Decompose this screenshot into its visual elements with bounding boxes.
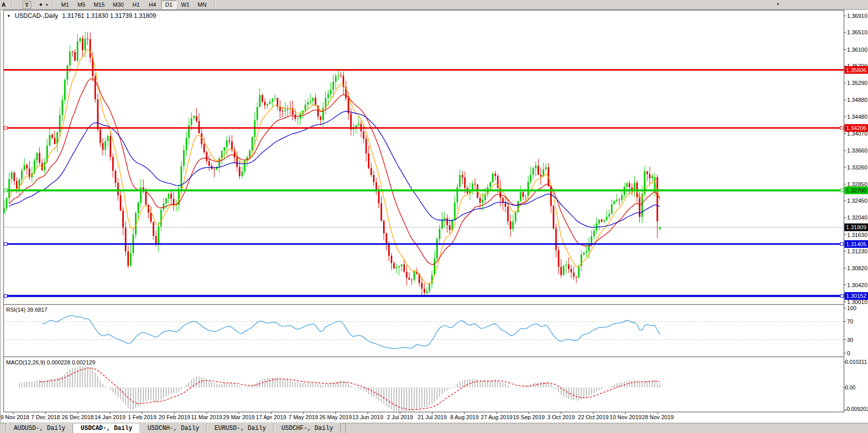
- collapse-triangle-icon[interactable]: ▼: [7, 14, 11, 18]
- price-tick-label: 1.32850: [847, 181, 867, 187]
- price-tick-label: 1.34880: [847, 97, 867, 103]
- rsi-tick-label: 70: [847, 318, 853, 324]
- tab-audusd[interactable]: AUDUSD-, Daily: [6, 423, 73, 433]
- price-tick-label: 1.32040: [847, 214, 867, 221]
- hline-handle[interactable]: [840, 126, 843, 129]
- date-label: 26 May 2019: [319, 414, 352, 420]
- tabs-notch: [0, 423, 6, 433]
- toolbar: A T ✦▼ M1 M5 M15 M30 H1 H4 D1 W1 MN ▼: [0, 0, 868, 10]
- date-label: 19 Nov 2018: [0, 414, 29, 420]
- price-tick-label: 1.36100: [847, 47, 867, 53]
- timeframe-m1-button[interactable]: M1: [57, 1, 73, 9]
- date-label: 7 Dec 2018: [31, 414, 60, 420]
- tab-usdcad[interactable]: USDCAD-, Daily: [73, 423, 140, 433]
- timeframe-w1-button[interactable]: W1: [177, 1, 193, 9]
- price-badge-label: 1.31405: [846, 241, 866, 247]
- date-label: 3 Oct 2019: [547, 414, 575, 420]
- hline-handle[interactable]: [840, 294, 843, 297]
- date-label: 26 Dec 2018: [62, 414, 94, 420]
- tab-eurusd[interactable]: EURUSD-, Daily: [207, 423, 274, 433]
- chart-title-symbol: USDCAD-,Daily: [15, 12, 58, 19]
- rsi-tick-label: 0: [847, 350, 850, 356]
- price-tick-label: 1.33260: [847, 164, 867, 170]
- arrow-tool-icon[interactable]: A: [0, 2, 8, 8]
- timeframe-h1-button[interactable]: H1: [128, 1, 144, 9]
- date-label: 11 Mar 2019: [191, 414, 222, 420]
- price-tick-label: 1.34480: [847, 114, 867, 120]
- hline-handle[interactable]: [4, 243, 7, 246]
- date-label: 7 May 2019: [288, 414, 318, 420]
- tab-usdcnh[interactable]: USDCNH-, Daily: [140, 423, 207, 433]
- timeframe-h4-button[interactable]: H4: [145, 1, 160, 9]
- date-label: 22 Oct 2019: [578, 414, 609, 420]
- chart-title: ▼ USDCAD-,Daily 1.31761 1.31830 1.31739 …: [7, 12, 156, 19]
- chart-tabs-bar: AUDUSD-, Daily USDCAD-, Daily USDCNH-, D…: [0, 423, 868, 433]
- rsi-tick-label: 100: [847, 305, 856, 311]
- date-label: 29 Mar 2019: [223, 414, 255, 420]
- price-tick-label: 1.31630: [847, 232, 867, 238]
- price-tick-label: 1.33660: [847, 147, 867, 154]
- chevron-down-icon: ▼: [45, 3, 49, 7]
- toolbar-separator: [214, 1, 215, 8]
- hline-handle[interactable]: [4, 126, 7, 129]
- timeframe-m15-button[interactable]: M15: [90, 1, 108, 9]
- hline-handle[interactable]: [840, 243, 843, 246]
- hline-handle[interactable]: [4, 294, 7, 297]
- price-tick-label: 1.30820: [847, 265, 867, 271]
- price-badge-label: 1.30152: [846, 293, 866, 299]
- timeframe-m5-button[interactable]: M5: [74, 1, 89, 9]
- date-axis: 19 Nov 20187 Dec 201826 Dec 201814 Jan 2…: [0, 412, 674, 420]
- date-label: 15 Sep 2019: [513, 414, 545, 420]
- macd-tick-label: 0.010311: [845, 359, 867, 365]
- date-label: 10 Nov 2019: [610, 414, 641, 420]
- price-tick-label: 1.32450: [847, 198, 867, 204]
- date-label: 20 Feb 2019: [159, 414, 190, 420]
- date-label: 17 Apr 2019: [256, 414, 286, 420]
- price-badge-label: 1.32700: [846, 187, 866, 193]
- macd-tick-label: 0.00: [845, 384, 856, 391]
- timeframe-m30-button[interactable]: M30: [109, 1, 127, 9]
- date-label: 21 Jul 2019: [418, 414, 447, 420]
- timeframe-d1-button[interactable]: D1: [161, 1, 176, 9]
- date-label: 1 Feb 2019: [128, 414, 157, 420]
- timeframe-mn-button[interactable]: MN: [194, 1, 210, 9]
- rsi-label: RSI(14) 39.6817: [6, 307, 48, 313]
- price-tick-label: 1.36910: [847, 13, 867, 19]
- date-label: 28 Nov 2019: [642, 414, 674, 420]
- chart-canvas[interactable]: 1.369101.365101.361001.357001.352901.348…: [0, 0, 868, 433]
- hline-handle[interactable]: [4, 189, 7, 192]
- price-tick-label: 1.30420: [847, 282, 867, 288]
- date-label: 13 Jun 2019: [352, 414, 384, 420]
- cursor-tool-icon[interactable]: ✦▼: [38, 2, 49, 8]
- hline-handle[interactable]: [840, 189, 843, 192]
- price-axis: 1.369101.365101.361001.357001.352901.348…: [844, 13, 867, 305]
- toolbar-overflow-icon[interactable]: ▼: [776, 2, 780, 7]
- text-tool-icon[interactable]: T: [23, 1, 31, 9]
- price-badge-label: 1.35606: [846, 67, 866, 73]
- date-label: 27 Aug 2019: [481, 414, 513, 420]
- toolbar-separator: [12, 1, 13, 8]
- price-badge-label: 1.31809: [846, 224, 866, 230]
- date-label: 14 Jan 2019: [95, 414, 126, 420]
- macd-tick-label: -0.009203: [845, 406, 868, 412]
- tabs-filler: [341, 423, 346, 433]
- toolbar-separator: [52, 1, 53, 8]
- price-tick-label: 1.31230: [847, 248, 867, 254]
- tab-usdchf[interactable]: USDCHF-, Daily: [274, 423, 341, 433]
- price-tick-label: 1.35290: [847, 80, 867, 86]
- date-label: 8 Aug 2019: [450, 414, 479, 420]
- date-label: 2 Jul 2019: [387, 414, 413, 420]
- chart-title-quotes: 1.31761 1.31830 1.31739 1.31809: [62, 12, 157, 19]
- price-tick-label: 1.36510: [847, 29, 867, 35]
- rsi-tick-label: 30: [847, 337, 853, 343]
- macd-label: MACD(12,26,9) 0.000228 0.002129: [6, 359, 95, 365]
- price-badge-label: 1.34206: [846, 125, 866, 131]
